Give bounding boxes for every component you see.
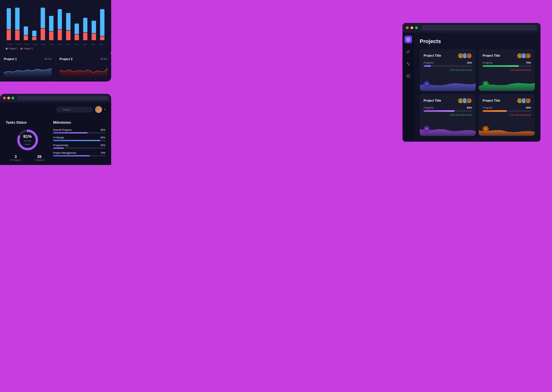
bar-label: 5 Apr bbox=[64, 43, 72, 45]
window-close-btn[interactable] bbox=[3, 97, 6, 99]
progress-pct-3: 64% bbox=[467, 106, 472, 109]
main-content: Projects Project Title Progress 15% ↑ +2… bbox=[414, 33, 540, 142]
progress-pct-1: 15% bbox=[467, 61, 472, 64]
bar-group bbox=[6, 8, 12, 40]
milestones-title: Milestones bbox=[53, 121, 105, 125]
search-input[interactable] bbox=[56, 107, 93, 112]
bar-group bbox=[48, 8, 54, 40]
milestone-item: Programming 20% bbox=[53, 144, 105, 149]
project-2-hours: 32 hrs bbox=[101, 57, 107, 62]
bar-label: 6 Apr bbox=[72, 43, 80, 45]
window-maximize-btn[interactable] bbox=[12, 97, 14, 99]
avatar bbox=[95, 106, 102, 113]
bar-group bbox=[14, 8, 20, 40]
sidebar-item-key[interactable] bbox=[404, 48, 412, 56]
right-titlebar bbox=[402, 23, 540, 33]
bar-label: 9 Apr bbox=[97, 43, 105, 45]
add-btn-2[interactable]: + bbox=[483, 81, 489, 87]
project-1-hours: 26 hrs bbox=[45, 57, 51, 62]
bar-label: 31 Mar bbox=[22, 43, 31, 45]
bar-blue bbox=[7, 8, 11, 29]
bar-red bbox=[15, 30, 20, 40]
bar-blue bbox=[32, 31, 36, 36]
project-card-title-3: Project Title bbox=[424, 99, 441, 102]
progress-label-4: Progress bbox=[483, 106, 493, 109]
right-minimize-btn[interactable] bbox=[411, 26, 413, 29]
bar-red bbox=[41, 28, 45, 40]
project-1-sparkline bbox=[4, 63, 52, 77]
milestone-item: Project Management 70% bbox=[53, 151, 105, 156]
project-2-sparkline bbox=[60, 63, 108, 77]
bar-red bbox=[58, 30, 62, 40]
sidebar-item-layers[interactable] bbox=[404, 35, 412, 43]
bar-label: 4 Apr bbox=[56, 43, 64, 45]
url-bar[interactable] bbox=[422, 25, 537, 30]
avatar-stack-3 bbox=[458, 98, 472, 104]
project-card-2: Project Title Progress 75% ↓ -5% than la… bbox=[479, 49, 535, 91]
sidebar-item-chart[interactable] bbox=[404, 60, 412, 68]
bar-red bbox=[92, 34, 96, 40]
search-row: 🔍 ▾ bbox=[0, 102, 111, 117]
trend-text-1: ↑ +20% than last month bbox=[424, 69, 472, 71]
bar-red bbox=[24, 35, 28, 40]
donut-percent: 81% bbox=[22, 134, 33, 139]
add-btn-1[interactable]: + bbox=[424, 81, 430, 87]
project-card-title-4: Project Title bbox=[483, 99, 500, 102]
bar-blue bbox=[58, 9, 62, 29]
right-close-btn[interactable] bbox=[406, 26, 409, 29]
bar-group bbox=[31, 8, 37, 40]
bar-blue bbox=[49, 16, 53, 31]
trend-text-3: ↑ +30% than last month bbox=[424, 114, 472, 116]
bar-blue bbox=[92, 21, 96, 33]
svg-point-3 bbox=[407, 51, 408, 53]
progress-pct-2: 75% bbox=[526, 61, 531, 64]
progress-pct-4: 50% bbox=[526, 106, 531, 109]
project-1-title: Project 1 bbox=[4, 57, 17, 61]
bar-group bbox=[82, 8, 88, 40]
avatar-stack-1 bbox=[458, 53, 472, 59]
bar-red bbox=[32, 37, 36, 40]
tasks-status-title: Tasks Status bbox=[6, 121, 49, 125]
window-titlebar bbox=[0, 94, 111, 102]
bar-label: 29 Mar bbox=[6, 43, 14, 45]
task-stat: 3In Progress bbox=[6, 154, 26, 161]
progress-label-3: Progress bbox=[424, 106, 434, 109]
milestone-item: UI Design 90% bbox=[53, 136, 105, 141]
avatar-chevron[interactable]: ▾ bbox=[104, 108, 105, 111]
bar-label: 1 Apr bbox=[31, 43, 39, 45]
left-chart-card: 29 Mar30 Mar31 Mar1 Apr2 Apr3 Apr4 Apr5 … bbox=[0, 0, 111, 55]
left-second-window: 🔍 ▾ Tasks Status 81% Of Total bbox=[0, 94, 111, 165]
bar-blue bbox=[66, 13, 71, 30]
tasks-status-panel: Tasks Status 81% Of Total Hours 3In Prog… bbox=[6, 117, 53, 165]
bar-label: 2 Apr bbox=[39, 43, 47, 45]
svg-point-4 bbox=[407, 75, 408, 76]
search-wrapper: 🔍 bbox=[56, 107, 93, 112]
milestone-item: Overall Progress 66% bbox=[53, 128, 105, 133]
bar-label: 8 Apr bbox=[89, 43, 97, 45]
bar-group bbox=[65, 8, 71, 40]
bar-blue bbox=[24, 26, 28, 35]
page-title: Projects bbox=[420, 38, 535, 44]
sidebar-item-users[interactable] bbox=[404, 72, 412, 80]
milestones-panel: Milestones Overall Progress 66% UI Desig… bbox=[53, 117, 105, 165]
bar-label: 7 Apr bbox=[80, 43, 89, 45]
project-mini-cards: Project 1 26 hrs Project 2 32 hrs bbox=[0, 54, 111, 82]
bottom-panels: Tasks Status 81% Of Total Hours 3In Prog… bbox=[0, 117, 111, 165]
right-maximize-btn[interactable] bbox=[415, 26, 418, 29]
bar-blue bbox=[83, 18, 87, 32]
sidebar bbox=[402, 33, 414, 142]
bar-red bbox=[83, 33, 87, 40]
add-btn-4[interactable]: + bbox=[483, 126, 489, 132]
bar-red bbox=[100, 36, 104, 40]
bar-group bbox=[99, 8, 105, 40]
bar-group bbox=[57, 8, 63, 40]
task-stat: 26Completed bbox=[29, 154, 50, 161]
trend-text-4: ↓ -23% than last month bbox=[483, 114, 531, 116]
chart-legend: Project 1Project 2 bbox=[6, 47, 105, 50]
bar-group bbox=[23, 8, 29, 40]
progress-label-1: Progress bbox=[424, 61, 434, 64]
bar-blue bbox=[74, 24, 79, 34]
add-btn-3[interactable]: + bbox=[424, 126, 430, 132]
donut-label: Of Total Hours bbox=[24, 140, 31, 146]
window-minimize-btn[interactable] bbox=[7, 97, 10, 99]
